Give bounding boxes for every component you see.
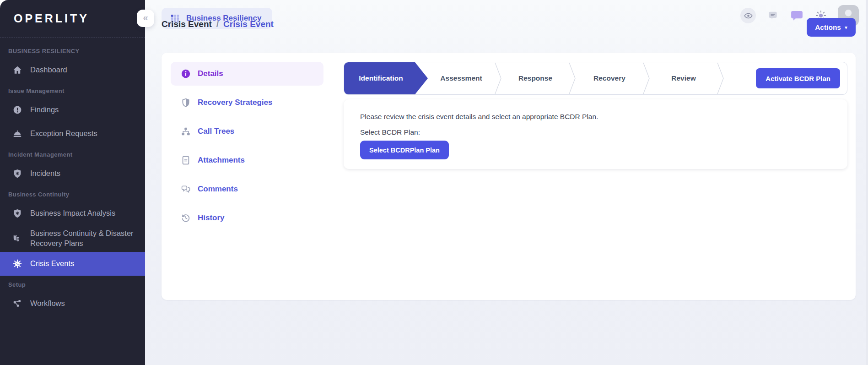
tab-recovery-strategies[interactable]: Recovery Strategies <box>171 91 323 114</box>
bell-cloche-icon <box>12 129 22 139</box>
step-separator-icon <box>717 62 724 94</box>
chat-icon[interactable] <box>790 9 804 23</box>
activate-bcdr-plan-button[interactable]: Activate BCDR Plan <box>756 68 840 88</box>
wizard-stepper: IdentificationAssessmentResponseRecovery… <box>344 62 847 95</box>
tab-history[interactable]: History <box>171 206 323 230</box>
select-bcdr-plan-button[interactable]: Select BCDRPlan Plan <box>360 141 449 159</box>
sidebar-collapse-button[interactable]: « <box>137 10 154 27</box>
sidebar-item-label: Business Impact Analysis <box>30 208 115 218</box>
stepper-spacer <box>724 62 756 94</box>
tab-details[interactable]: Details <box>171 62 323 86</box>
detail-tabs: Details Recovery Strategies Call Trees A… <box>171 62 323 291</box>
virus-icon <box>12 259 22 269</box>
sidebar-item-label: Incidents <box>30 169 60 179</box>
sidebar-item-crisis-events[interactable]: Crisis Events <box>0 252 145 276</box>
crisis-event-card: Details Recovery Strategies Call Trees A… <box>162 53 856 300</box>
comments-icon <box>181 184 191 194</box>
shield-virus-icon <box>12 208 22 218</box>
tab-label: History <box>198 213 225 223</box>
wizard-step-label: Assessment <box>440 74 482 82</box>
sidebar-nav: BUSINESS RESILIENCY Dashboard Issue Mana… <box>0 38 145 316</box>
breadcrumb: Crisis Event / Crisis Event <box>162 19 274 29</box>
step-separator-icon <box>495 62 502 94</box>
sidebar-item-exception-requests[interactable]: Exception Requests <box>0 122 145 146</box>
wizard-step-label: Identification <box>359 74 403 82</box>
wizard-step-recovery[interactable]: Recovery <box>576 62 643 94</box>
sidebar-item-workflows[interactable]: Workflows <box>0 292 145 316</box>
sidebar-section-label: Incident Management <box>0 146 145 162</box>
tab-comments[interactable]: Comments <box>171 177 323 201</box>
breadcrumb-current[interactable]: Crisis Event <box>223 19 274 29</box>
caret-down-icon: ▾ <box>845 24 847 31</box>
wizard-area: IdentificationAssessmentResponseRecovery… <box>344 62 847 291</box>
tab-attachments[interactable]: Attachments <box>171 148 323 172</box>
breadcrumb-separator: / <box>216 19 219 29</box>
tab-label: Details <box>198 69 223 78</box>
chevrons-left-icon: « <box>143 12 148 23</box>
feedback-icon[interactable] <box>767 10 779 22</box>
tab-label: Call Trees <box>198 127 234 136</box>
sidebar-item-business-impact-analysis[interactable]: Business Impact Analysis <box>0 202 145 225</box>
wizard-step-review[interactable]: Review <box>650 62 717 94</box>
wizard-step-label: Review <box>671 74 695 82</box>
breadcrumb-parent: Crisis Event <box>162 19 212 29</box>
select-bcdr-plan-label: Select BCDR Plan: <box>360 128 831 136</box>
wizard-step-assessment[interactable]: Assessment <box>428 62 495 94</box>
wizard-step-response[interactable]: Response <box>502 62 569 94</box>
alert-circle-icon <box>12 105 22 115</box>
workflow-icon <box>12 299 22 309</box>
main-area: Business Resiliency Crisis Event / Crisi… <box>145 0 868 365</box>
sidebar: OPERLITY BUSINESS RESILIENCY Dashboard I… <box>0 0 145 365</box>
file-icon <box>181 155 191 165</box>
actions-button-label: Actions <box>815 23 841 32</box>
history-icon <box>181 213 191 223</box>
sidebar-section-label: Issue Management <box>0 82 145 98</box>
masks-icon <box>12 234 22 244</box>
sidebar-item-findings[interactable]: Findings <box>0 98 145 122</box>
sidebar-item-label: Workflows <box>30 299 65 309</box>
sidebar-item-dashboard[interactable]: Dashboard <box>0 58 145 82</box>
step-separator-icon <box>569 62 576 94</box>
sidebar-section-label: Setup <box>0 276 145 292</box>
tab-label: Attachments <box>198 156 245 165</box>
tab-label: Comments <box>198 185 238 194</box>
sidebar-item-label: Dashboard <box>30 65 67 75</box>
sidebar-item-label: Crisis Events <box>30 259 74 269</box>
app-logo: OPERLITY <box>0 0 145 38</box>
sidebar-item-label: Findings <box>30 105 59 115</box>
sitemap-icon <box>181 126 191 136</box>
wizard-step-label: Recovery <box>593 74 625 82</box>
info-circle-icon <box>181 69 191 79</box>
sidebar-item-incidents[interactable]: Incidents <box>0 162 145 185</box>
step-separator-icon <box>643 62 650 94</box>
instruction-text: Please review the crisis event details a… <box>360 113 831 121</box>
identification-step-panel: Please review the crisis event details a… <box>344 99 847 169</box>
actions-button[interactable]: Actions ▾ <box>807 18 856 37</box>
shield-virus-icon <box>12 169 22 179</box>
wizard-step-label: Response <box>518 74 552 82</box>
sidebar-item-label: Business Continuity & Disaster Recovery … <box>30 229 137 249</box>
tab-call-trees[interactable]: Call Trees <box>171 120 323 143</box>
sidebar-item-label: Exception Requests <box>30 129 97 139</box>
wizard-step-identification[interactable]: Identification <box>344 62 428 94</box>
sidebar-section-label: Business Continuity <box>0 185 145 202</box>
sidebar-section-label: BUSINESS RESILIENCY <box>0 42 145 58</box>
sidebar-item-business-continuity-disaster-recovery-plans[interactable]: Business Continuity & Disaster Recovery … <box>0 225 145 252</box>
home-icon <box>12 65 22 75</box>
eye-icon[interactable] <box>740 8 756 23</box>
tab-label: Recovery Strategies <box>198 98 272 107</box>
shield-icon <box>181 98 191 108</box>
scrollbar-track[interactable] <box>866 0 868 365</box>
